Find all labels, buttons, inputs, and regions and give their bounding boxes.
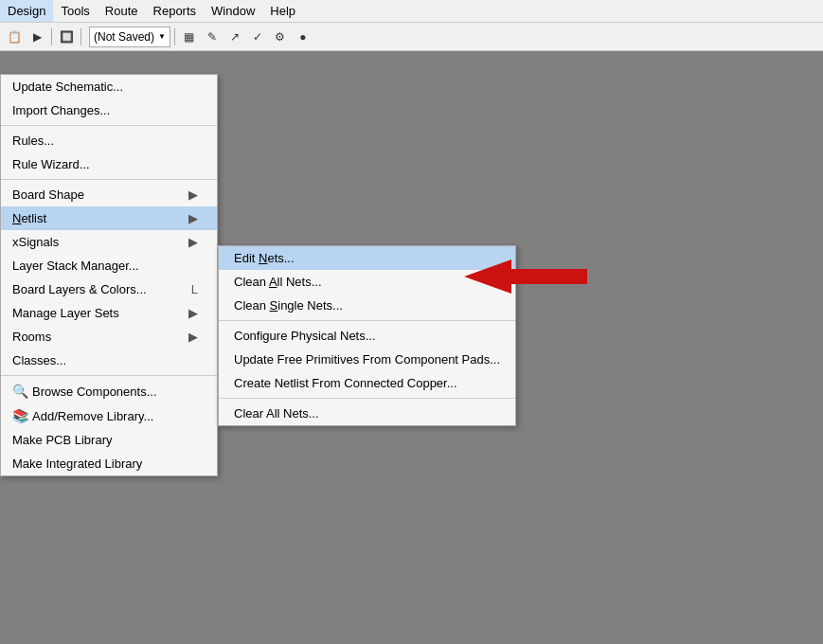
- library-icon: 📚: [12, 408, 28, 423]
- manage-layers-arrow: ▶: [188, 306, 198, 320]
- submenu-sep-2: [219, 398, 515, 399]
- svg-marker-0: [464, 259, 587, 294]
- menu-item-classes[interactable]: Classes...: [1, 349, 217, 372]
- toolbar-hatch[interactable]: ▦: [179, 27, 200, 47]
- toolbar: 📋 ▶ 🔲 (Not Saved) ▦ ✎ ↗ ✓ ⚙ ●: [0, 23, 823, 51]
- design-dropdown-menu: Update Schematic... Import Changes... Ru…: [0, 74, 218, 476]
- toolbar-btn-1[interactable]: 📋: [4, 27, 25, 47]
- toolbar-btn-3[interactable]: 🔲: [56, 27, 77, 47]
- menu-item-browse-components[interactable]: 🔍 Browse Components...: [1, 379, 217, 403]
- menu-sep-2: [1, 179, 217, 180]
- menu-help[interactable]: Help: [262, 0, 303, 22]
- submenu-sep-1: [219, 320, 515, 321]
- submenu-item-create-netlist[interactable]: Create Netlist From Connected Copper...: [219, 371, 515, 395]
- menu-sep-3: [1, 375, 217, 376]
- menu-item-board-layers[interactable]: Board Layers & Colors... L: [1, 277, 217, 301]
- menu-item-update-schematic[interactable]: Update Schematic...: [1, 75, 217, 98]
- not-saved-dropdown[interactable]: (Not Saved): [89, 27, 170, 47]
- board-layers-shortcut: L: [191, 282, 198, 296]
- menu-sep-1: [1, 125, 217, 126]
- toolbar-sep-1: [51, 28, 52, 45]
- menubar: Design Tools Route Reports Window Help: [0, 0, 823, 23]
- toolbar-edit[interactable]: ✎: [202, 27, 223, 47]
- menu-item-import-changes[interactable]: Import Changes...: [1, 98, 217, 122]
- submenu-item-configure-physical[interactable]: Configure Physical Nets...: [219, 324, 515, 348]
- menu-item-add-library[interactable]: 📚 Add/Remove Library...: [1, 403, 217, 428]
- toolbar-check[interactable]: ✓: [247, 27, 268, 47]
- submenu-item-update-free-primitives[interactable]: Update Free Primitives From Component Pa…: [219, 348, 515, 371]
- content-area: Update Schematic... Import Changes... Ru…: [0, 51, 823, 644]
- menu-item-manage-layers[interactable]: Manage Layer Sets ▶: [1, 301, 217, 325]
- menu-tools[interactable]: Tools: [53, 0, 97, 22]
- toolbar-settings[interactable]: ⚙: [270, 27, 291, 47]
- menu-item-board-shape[interactable]: Board Shape ▶: [1, 183, 217, 206]
- menu-design[interactable]: Design: [0, 0, 53, 22]
- submenu-item-clear-all-nets[interactable]: Clear All Nets...: [219, 402, 515, 425]
- menu-item-xsignals[interactable]: xSignals ▶: [1, 230, 217, 254]
- menu-item-rules[interactable]: Rules...: [1, 129, 217, 152]
- rooms-arrow: ▶: [188, 330, 198, 344]
- toolbar-dot[interactable]: ●: [293, 27, 313, 47]
- menu-window[interactable]: Window: [204, 0, 262, 22]
- toolbar-btn-2[interactable]: ▶: [27, 27, 47, 47]
- toolbar-sep-2: [81, 28, 81, 45]
- menu-reports[interactable]: Reports: [146, 0, 205, 22]
- menu-item-make-integrated[interactable]: Make Integrated Library: [1, 452, 217, 475]
- toolbar-arrow[interactable]: ↗: [224, 27, 245, 47]
- xsignals-arrow: ▶: [188, 235, 198, 249]
- netlist-arrow: ▶: [188, 211, 198, 225]
- board-shape-arrow: ▶: [188, 188, 198, 202]
- menu-route[interactable]: Route: [98, 0, 146, 22]
- menu-item-layer-stack[interactable]: Layer Stack Manager...: [1, 254, 217, 277]
- menu-item-make-pcb-library[interactable]: Make PCB Library: [1, 428, 217, 452]
- menu-item-rule-wizard[interactable]: Rule Wizard...: [1, 152, 217, 176]
- menu-item-rooms[interactable]: Rooms ▶: [1, 325, 217, 349]
- red-arrow-indicator: [464, 258, 587, 298]
- toolbar-sep-3: [174, 28, 175, 45]
- menu-item-netlist[interactable]: Netlist ▶: [1, 206, 217, 230]
- browse-icon: 🔍: [12, 384, 28, 399]
